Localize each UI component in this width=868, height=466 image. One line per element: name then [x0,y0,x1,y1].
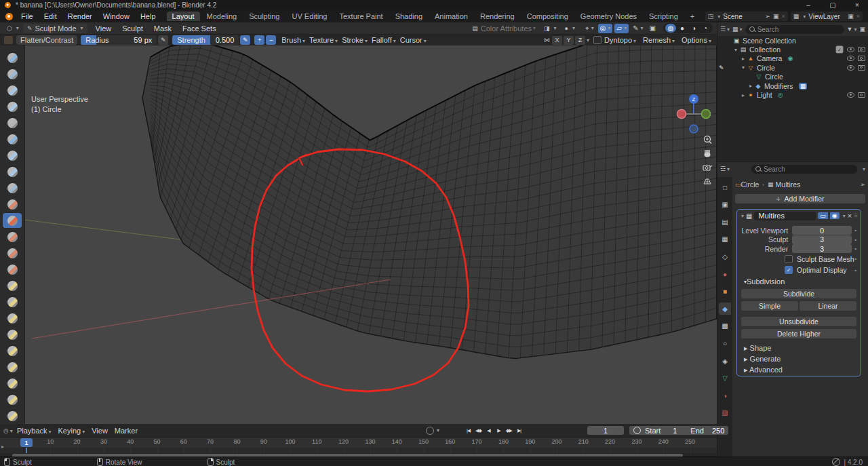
show-overlays-dropdown[interactable]: ▾ [608,25,610,31]
outliner-row-circle-object[interactable]: ✎▾▽Circle [717,63,868,72]
tool-nudge[interactable] [3,360,22,374]
expand-toggle[interactable]: ▸ [742,92,745,98]
blender-menu-icon[interactable] [5,13,13,20]
workspace-tab-layout[interactable]: Layout [167,12,200,21]
field-value[interactable]: 0 [792,226,852,235]
show-gizmos-toggle[interactable]: ⌖▾ [583,24,596,33]
workspace-tab-modeling[interactable]: Modeling [201,12,243,21]
current-frame-field[interactable]: 1 [587,426,624,435]
simple-button[interactable]: Simple [741,301,798,311]
viewport-menu-mask[interactable]: Mask [149,24,177,33]
tool-blob[interactable] [3,148,22,163]
tool-cloth[interactable] [3,408,22,423]
properties-tab-particles[interactable]: ▩ [719,320,731,332]
autokey-toggle[interactable] [426,427,434,435]
properties-tab-output[interactable]: ▤ [719,216,731,228]
panel-expand-icon[interactable]: ▾ [741,213,744,219]
workspace-tab-geometry-nodes[interactable]: Geometry Nodes [575,12,642,21]
section-advanced[interactable]: ▸ Advanced [744,366,783,374]
falloff-dropdown[interactable]: Falloff▾ [372,36,396,44]
scene-selector[interactable]: ◳▾ Scene ➢ ▣ × [705,12,788,21]
tool-thumb[interactable] [3,327,22,342]
tool-elastic-deform[interactable] [3,294,22,309]
disable-render-icon[interactable] [858,92,865,98]
outliner-row-circle-mesh-data[interactable]: ▽Circle [717,73,868,81]
breadcrumb-modifier[interactable]: Multires [776,180,801,189]
annotation-tool-toggle[interactable]: ✎▾ [631,24,645,33]
delete-higher-button[interactable]: Delete Higher [741,329,856,338]
cursor-dropdown[interactable]: Cursor▾ [400,36,427,44]
brush-settings-dropdown[interactable]: ●▾ [561,24,579,33]
menu-edit[interactable]: Edit [39,12,62,20]
tool-rotate[interactable] [3,376,22,391]
shading-material-preview-button[interactable]: ◑ [688,24,699,33]
add-brush-button[interactable]: + [254,35,264,45]
properties-tab-modifiers[interactable]: ◆ [719,303,731,315]
properties-options-chevron[interactable]: ▾ [863,166,865,172]
annotation-tool-dropdown[interactable]: ▾ [641,25,644,31]
properties-tab-physics[interactable]: ○ [719,337,731,349]
breadcrumb-object[interactable]: Circle [741,180,760,189]
viewport-menu-view[interactable]: View [90,24,117,33]
options-dropdown[interactable]: Options▾ [682,36,711,44]
copy-viewlayer-icon[interactable]: ▣ [848,13,854,20]
light-data-badge-icon[interactable]: ◎ [778,92,783,98]
dyntopo-checkbox[interactable] [593,36,601,44]
viewlayer-selector[interactable]: ▦▾ ViewLayer ▣ × [791,12,863,21]
pin-icon[interactable]: ➢ [765,13,770,20]
timeline-editor-icon[interactable]: ◷▾ [3,427,13,434]
tool-scrape[interactable] [3,229,22,244]
copy-scene-icon[interactable]: ▣ [773,13,779,20]
workspace-tab-shading[interactable]: Shading [390,12,428,21]
subtract-brush-button[interactable]: − [266,35,276,45]
viewport-menu-face-sets[interactable]: Face Sets [177,24,222,33]
jump-to-end-button[interactable]: ▶| [515,426,524,435]
outliner-row-scene-collection[interactable]: ▣Scene Collection [717,36,868,45]
region-collapse-arrow[interactable]: ▸ [1,444,4,450]
outliner-row-camera-object[interactable]: ▸▲Camera◉ [717,54,868,63]
properties-tab-tool[interactable]: □ [719,181,731,193]
gizmo-x-axis[interactable] [677,110,686,119]
play-button[interactable]: ▶ [494,426,503,435]
timeline-menu-playback[interactable]: Playback▾ [17,427,52,435]
disable-render-icon[interactable] [858,56,865,61]
disable-render-icon[interactable] [858,47,865,52]
expand-toggle[interactable]: ▸ [749,83,752,89]
subdivision-section-header[interactable]: ▾ Subdivision [744,277,785,286]
new-collection-icon[interactable]: ▣ [859,26,865,33]
mode-selector[interactable]: ✎ Sculpt Mode▾ [23,24,87,33]
animate-dot[interactable]: • [854,237,856,243]
outliner-filter-icon[interactable]: ▼▾ [847,26,857,33]
show-gizmos-dropdown[interactable]: ▾ [591,25,594,31]
mirror-x-button[interactable]: X [552,36,562,45]
properties-tab-object-data[interactable]: ▽ [719,372,731,385]
modifier-name-field[interactable]: Multires [754,212,816,220]
gizmo-minus-z-axis[interactable] [690,125,698,133]
properties-editor-icon[interactable]: ☲▾ [720,166,730,172]
properties-tab-scene[interactable]: ◇ [719,250,731,263]
brush-preset-dropdown[interactable]: ◨▾ [540,24,561,33]
properties-search[interactable]: Search [751,165,857,174]
autokey-dropdown[interactable]: ▾ [437,427,439,433]
menu-help[interactable]: Help [135,12,161,20]
animate-dot[interactable]: • [854,227,856,233]
add-workspace-button[interactable]: + [685,12,700,21]
close-button[interactable]: × [853,1,861,9]
playhead[interactable]: 1 [20,438,33,447]
outliner-row-collection[interactable]: ▾▤Collection✓ [717,45,868,54]
tool-pinch[interactable] [3,262,22,277]
pin-icon[interactable]: ➢ [860,181,865,188]
remesh-dropdown[interactable]: Remesh▾ [643,36,675,44]
strength-slider[interactable]: Strength 0.500 [172,35,239,45]
exclude-checkbox[interactable]: ✓ [836,46,844,54]
tool-draw-sharp[interactable] [3,66,22,81]
field-value[interactable]: 3 [792,235,852,244]
end-field[interactable]: 250 [712,427,724,435]
workspace-tab-sculpting[interactable]: Sculpting [243,12,285,21]
outliner-filter-id-icon[interactable]: ▦▾ [732,26,743,33]
camera-data-badge-icon[interactable]: ◉ [787,55,793,62]
sculpt-base-mesh-checkbox[interactable] [785,255,793,263]
minimize-button[interactable]: – [804,1,812,9]
shading-solid-button[interactable]: ● [677,24,688,33]
add-modifier-button[interactable]: +Add Modifier [735,194,865,203]
